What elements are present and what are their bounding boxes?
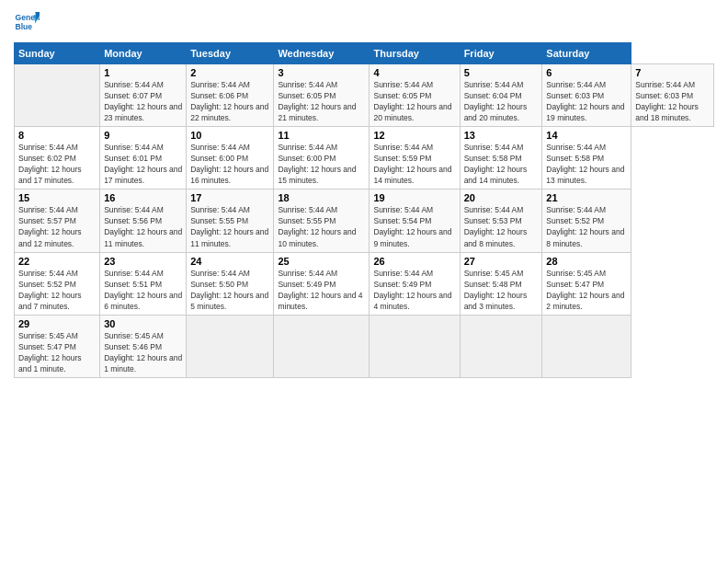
calendar-cell <box>542 315 631 377</box>
calendar-cell: 3 Sunrise: 5:44 AMSunset: 6:05 PMDayligh… <box>274 64 370 127</box>
day-number: 14 <box>546 130 627 141</box>
day-info: Sunrise: 5:44 AMSunset: 5:49 PMDaylight:… <box>373 269 451 311</box>
day-info: Sunrise: 5:45 AMSunset: 5:47 PMDaylight:… <box>546 269 624 311</box>
day-info: Sunrise: 5:44 AMSunset: 5:55 PMDaylight:… <box>190 205 268 247</box>
calendar-cell: 28 Sunrise: 5:45 AMSunset: 5:47 PMDaylig… <box>542 252 631 315</box>
day-number: 2 <box>190 67 269 78</box>
calendar-cell-empty <box>15 64 100 127</box>
day-info: Sunrise: 5:44 AMSunset: 5:52 PMDaylight:… <box>546 205 624 247</box>
day-number: 18 <box>278 192 365 203</box>
calendar-cell: 5 Sunrise: 5:44 AMSunset: 6:04 PMDayligh… <box>460 64 542 127</box>
calendar-cell: 15 Sunrise: 5:44 AMSunset: 5:57 PMDaylig… <box>15 190 100 252</box>
day-number: 19 <box>373 192 455 203</box>
calendar-cell <box>460 315 542 377</box>
day-number: 23 <box>104 256 182 267</box>
day-number: 12 <box>373 130 455 141</box>
day-info: Sunrise: 5:44 AMSunset: 6:06 PMDaylight:… <box>190 80 268 122</box>
day-info: Sunrise: 5:44 AMSunset: 5:58 PMDaylight:… <box>546 143 624 185</box>
day-number: 16 <box>104 192 182 203</box>
calendar-week-0: 1 Sunrise: 5:44 AMSunset: 6:07 PMDayligh… <box>15 64 714 127</box>
day-info: Sunrise: 5:45 AMSunset: 5:48 PMDaylight:… <box>464 269 528 311</box>
day-number: 17 <box>190 192 269 203</box>
calendar-cell: 9 Sunrise: 5:44 AMSunset: 6:01 PMDayligh… <box>100 127 187 190</box>
day-number: 15 <box>18 192 96 203</box>
day-info: Sunrise: 5:44 AMSunset: 6:00 PMDaylight:… <box>278 143 356 185</box>
day-number: 6 <box>546 67 627 78</box>
day-number: 8 <box>18 130 96 141</box>
day-info: Sunrise: 5:45 AMSunset: 5:46 PMDaylight:… <box>104 331 182 373</box>
calendar-cell <box>274 315 370 377</box>
day-info: Sunrise: 5:44 AMSunset: 5:50 PMDaylight:… <box>190 269 268 311</box>
calendar-cell: 20 Sunrise: 5:44 AMSunset: 5:53 PMDaylig… <box>460 190 542 252</box>
calendar-cell: 11 Sunrise: 5:44 AMSunset: 6:00 PMDaylig… <box>274 127 370 190</box>
calendar-cell: 2 Sunrise: 5:44 AMSunset: 6:06 PMDayligh… <box>187 64 274 127</box>
day-info: Sunrise: 5:44 AMSunset: 6:05 PMDaylight:… <box>373 80 451 122</box>
day-info: Sunrise: 5:44 AMSunset: 5:55 PMDaylight:… <box>278 205 356 247</box>
calendar-cell: 6 Sunrise: 5:44 AMSunset: 6:03 PMDayligh… <box>542 64 631 127</box>
day-number: 1 <box>104 67 182 78</box>
calendar-cell <box>187 315 274 377</box>
day-info: Sunrise: 5:44 AMSunset: 5:58 PMDaylight:… <box>464 143 528 185</box>
day-info: Sunrise: 5:44 AMSunset: 6:07 PMDaylight:… <box>104 80 182 122</box>
day-number: 26 <box>373 256 455 267</box>
day-info: Sunrise: 5:44 AMSunset: 5:56 PMDaylight:… <box>104 205 182 247</box>
calendar-cell: 7 Sunrise: 5:44 AMSunset: 6:03 PMDayligh… <box>631 64 714 127</box>
day-info: Sunrise: 5:44 AMSunset: 5:57 PMDaylight:… <box>18 205 82 247</box>
day-number: 5 <box>464 67 539 78</box>
day-number: 28 <box>546 256 627 267</box>
weekday-header-saturday: Saturday <box>542 43 631 64</box>
logo: General Blue <box>14 9 40 35</box>
calendar-cell: 22 Sunrise: 5:44 AMSunset: 5:52 PMDaylig… <box>15 252 100 315</box>
day-info: Sunrise: 5:44 AMSunset: 6:02 PMDaylight:… <box>18 143 82 185</box>
day-info: Sunrise: 5:44 AMSunset: 6:03 PMDaylight:… <box>546 80 624 122</box>
weekday-header-sunday: Sunday <box>15 43 100 64</box>
day-info: Sunrise: 5:44 AMSunset: 6:00 PMDaylight:… <box>190 143 268 185</box>
calendar-week-3: 22 Sunrise: 5:44 AMSunset: 5:52 PMDaylig… <box>15 252 714 315</box>
day-info: Sunrise: 5:44 AMSunset: 5:53 PMDaylight:… <box>464 205 528 247</box>
day-number: 29 <box>18 318 96 329</box>
day-number: 10 <box>190 130 269 141</box>
day-info: Sunrise: 5:45 AMSunset: 5:47 PMDaylight:… <box>18 331 82 373</box>
calendar-cell: 29 Sunrise: 5:45 AMSunset: 5:47 PMDaylig… <box>15 315 100 377</box>
calendar-cell: 25 Sunrise: 5:44 AMSunset: 5:49 PMDaylig… <box>274 252 370 315</box>
day-info: Sunrise: 5:44 AMSunset: 5:59 PMDaylight:… <box>373 143 451 185</box>
calendar-cell: 19 Sunrise: 5:44 AMSunset: 5:54 PMDaylig… <box>370 190 460 252</box>
calendar-cell: 17 Sunrise: 5:44 AMSunset: 5:55 PMDaylig… <box>187 190 274 252</box>
day-number: 9 <box>104 130 182 141</box>
calendar-cell: 12 Sunrise: 5:44 AMSunset: 5:59 PMDaylig… <box>370 127 460 190</box>
day-number: 7 <box>635 67 710 78</box>
day-info: Sunrise: 5:44 AMSunset: 6:04 PMDaylight:… <box>464 80 528 122</box>
svg-text:Blue: Blue <box>16 22 33 31</box>
calendar-cell: 10 Sunrise: 5:44 AMSunset: 6:00 PMDaylig… <box>187 127 274 190</box>
day-info: Sunrise: 5:44 AMSunset: 6:01 PMDaylight:… <box>104 143 182 185</box>
calendar-week-4: 29 Sunrise: 5:45 AMSunset: 5:47 PMDaylig… <box>15 315 714 377</box>
day-number: 21 <box>546 192 627 203</box>
day-number: 30 <box>104 318 182 329</box>
calendar-cell: 24 Sunrise: 5:44 AMSunset: 5:50 PMDaylig… <box>187 252 274 315</box>
weekday-header-monday: Monday <box>100 43 187 64</box>
weekday-header-tuesday: Tuesday <box>187 43 274 64</box>
calendar-cell: 30 Sunrise: 5:45 AMSunset: 5:46 PMDaylig… <box>100 315 187 377</box>
calendar-cell: 27 Sunrise: 5:45 AMSunset: 5:48 PMDaylig… <box>460 252 542 315</box>
day-info: Sunrise: 5:44 AMSunset: 5:54 PMDaylight:… <box>373 205 451 247</box>
weekday-header-thursday: Thursday <box>370 43 460 64</box>
day-number: 11 <box>278 130 365 141</box>
day-number: 20 <box>464 192 539 203</box>
day-number: 27 <box>464 256 539 267</box>
day-number: 22 <box>18 256 96 267</box>
calendar-cell: 18 Sunrise: 5:44 AMSunset: 5:55 PMDaylig… <box>274 190 370 252</box>
calendar-cell: 13 Sunrise: 5:44 AMSunset: 5:58 PMDaylig… <box>460 127 542 190</box>
day-number: 13 <box>464 130 539 141</box>
calendar-cell <box>370 315 460 377</box>
calendar-week-1: 8 Sunrise: 5:44 AMSunset: 6:02 PMDayligh… <box>15 127 714 190</box>
calendar-cell: 14 Sunrise: 5:44 AMSunset: 5:58 PMDaylig… <box>542 127 631 190</box>
calendar-cell: 1 Sunrise: 5:44 AMSunset: 6:07 PMDayligh… <box>100 64 187 127</box>
calendar-cell: 16 Sunrise: 5:44 AMSunset: 5:56 PMDaylig… <box>100 190 187 252</box>
weekday-header-wednesday: Wednesday <box>274 43 370 64</box>
calendar-cell: 8 Sunrise: 5:44 AMSunset: 6:02 PMDayligh… <box>15 127 100 190</box>
day-info: Sunrise: 5:44 AMSunset: 6:05 PMDaylight:… <box>278 80 356 122</box>
calendar-week-2: 15 Sunrise: 5:44 AMSunset: 5:57 PMDaylig… <box>15 190 714 252</box>
day-info: Sunrise: 5:44 AMSunset: 5:49 PMDaylight:… <box>278 269 362 311</box>
day-number: 25 <box>278 256 365 267</box>
calendar-table: SundayMondayTuesdayWednesdayThursdayFrid… <box>14 42 714 378</box>
